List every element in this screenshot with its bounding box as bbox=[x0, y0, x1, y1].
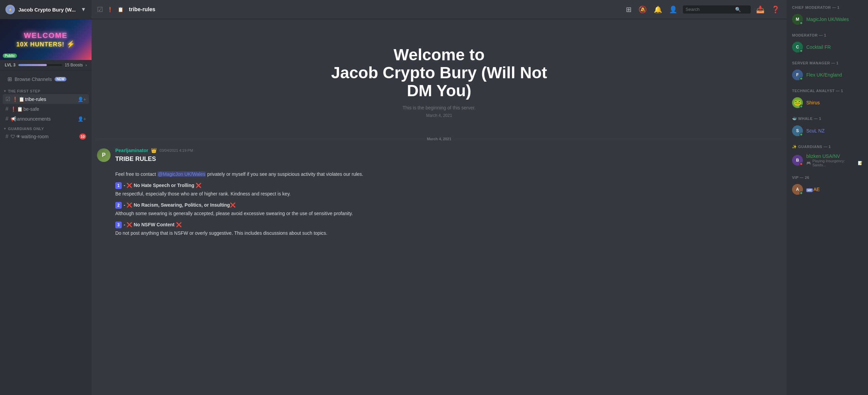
message-text: TRIBE RULES Feel free to contact @MagicJ… bbox=[115, 154, 781, 237]
notification-icon[interactable]: 🔔 bbox=[652, 4, 664, 15]
member-info: Shirus bbox=[806, 100, 863, 105]
person-icon[interactable]: 👤 bbox=[668, 4, 679, 15]
message-content: Pearljaminator 👑 03/04/2021 4:19 PM TRIB… bbox=[115, 148, 781, 241]
message: P Pearljaminator 👑 03/04/2021 4:19 PM TR… bbox=[92, 146, 787, 242]
status-online-indicator bbox=[800, 49, 803, 53]
message-author[interactable]: Pearljaminator bbox=[115, 148, 148, 153]
member-item-magicjon[interactable]: M MagicJon UK/Wales bbox=[789, 12, 865, 26]
member-subtext-blizken: 🎮 Playing Insurgency: Sands... 📝 bbox=[806, 159, 863, 167]
clipboard-icon: 📋 bbox=[19, 97, 24, 102]
server-header[interactable]: ⚡ Jacob Crypto Bury (W... ▼ bbox=[0, 0, 92, 19]
member-item-flex[interactable]: F Flex UK/England bbox=[789, 68, 865, 82]
message-timestamp: 03/04/2021 4:19 PM bbox=[159, 148, 193, 152]
channel-item-tribe-rules[interactable]: ☑ ❗ 📋 tribe-rules 👤+ bbox=[3, 94, 89, 104]
member-item-scul[interactable]: S ScuL NZ bbox=[789, 124, 865, 138]
status-online-indicator bbox=[800, 77, 803, 80]
boost-progress-bar-container bbox=[18, 64, 62, 66]
welcome-subtitle: This is the beginning of this server. bbox=[105, 105, 773, 110]
member-avatar-flex: F bbox=[792, 69, 803, 80]
vip-badge: VIP bbox=[806, 188, 813, 192]
chat-area: Welcome to Jacob Crypto Bury (Will Not D… bbox=[92, 19, 787, 395]
member-avatar-shirus: 🐸 bbox=[792, 97, 803, 108]
channel-name: waiting-room bbox=[21, 134, 79, 139]
role-section-vip: VIP — 26 A VIPAE bbox=[789, 175, 865, 196]
role-header-chief-moderator: CHIEF MODERATOR — 1 bbox=[789, 5, 865, 12]
welcome-title: Welcome to Jacob Crypto Bury (Will Not D… bbox=[105, 46, 773, 100]
channel-item-be-safe[interactable]: # ❗ 📋 be-safe bbox=[3, 104, 89, 114]
role-header-vip: VIP — 26 bbox=[789, 175, 865, 182]
channel-item-announcements[interactable]: # 📢 announcements 👤+ bbox=[3, 114, 89, 124]
role-section-whale: 🐳 WHALE — 1 S ScuL NZ bbox=[789, 117, 865, 138]
crown-icon: 👑 bbox=[151, 148, 157, 153]
welcome-section: Welcome to Jacob Crypto Bury (Will Not D… bbox=[92, 26, 787, 131]
avatar-image: P bbox=[97, 148, 111, 162]
server-icon: ⚡ bbox=[5, 5, 15, 14]
bell-slash-icon[interactable]: 🔕 bbox=[637, 4, 648, 15]
server-banner: WELCOME 10X HUNTERS! ⚡ Public bbox=[0, 19, 92, 60]
chevron-down-icon: ▼ bbox=[81, 6, 86, 13]
role-header-guardians: ✨ GUARDIANS — 1 bbox=[789, 145, 865, 152]
add-member-icon[interactable]: 👤+ bbox=[78, 116, 86, 122]
member-item-shirus[interactable]: 🐸 Shirus bbox=[789, 96, 865, 110]
rule-2: 2 - ❌ No Racism, Swearing, Politics, or … bbox=[115, 202, 781, 217]
member-avatar-magicjon: M bbox=[792, 14, 803, 25]
channel-header-name: tribe-rules bbox=[129, 6, 155, 13]
mention-magicjon[interactable]: @MagicJon UK/Wales bbox=[157, 171, 206, 177]
rule-title-2: 2 - ❌ No Racism, Swearing, Politics, or … bbox=[115, 202, 781, 209]
section-first-step: ▼ THE FIRST STEP ☑ ❗ 📋 tribe-rules 👤+ # … bbox=[0, 88, 92, 124]
unread-badge: 10 bbox=[79, 133, 86, 140]
section-guardians-only: ▼ GUARDIANS ONLY # 🛡 👁 waiting-room 10 bbox=[0, 125, 92, 142]
game-icon: 🎮 bbox=[806, 161, 811, 165]
watch-icon: 👁 bbox=[16, 134, 21, 139]
channel-hash-icon: # bbox=[5, 133, 8, 140]
member-info: blizken USA/NV 🎮 Playing Insurgency: San… bbox=[806, 153, 863, 167]
status-online-indicator bbox=[800, 105, 803, 108]
boost-count[interactable]: 15 Boosts bbox=[65, 63, 83, 67]
hash-icon: ☑ bbox=[97, 5, 103, 14]
add-member-icon[interactable]: 👤+ bbox=[78, 97, 86, 102]
member-avatar-ae: A bbox=[792, 184, 803, 195]
channel-item-waiting-room[interactable]: # 🛡 👁 waiting-room 10 bbox=[3, 132, 89, 141]
status-dnd-indicator bbox=[800, 162, 803, 166]
channel-header: ☑ ❗ 📋 tribe-rules ⊞ 🔕 🔔 👤 🔍 📥 ❓ bbox=[92, 0, 787, 19]
rule-text-2: - ❌ No Racism, Swearing, Politics, or In… bbox=[124, 202, 236, 209]
role-section-chief-moderator: CHIEF MODERATOR — 1 M MagicJon UK/Wales bbox=[789, 5, 865, 26]
help-icon[interactable]: ❓ bbox=[770, 4, 781, 15]
lock-icon: 📋 bbox=[17, 106, 23, 112]
section-header-first-step[interactable]: ▼ THE FIRST STEP bbox=[1, 88, 91, 94]
section-header-guardians[interactable]: ▼ GUARDIANS ONLY bbox=[1, 125, 91, 131]
server-banner-sub: 10X HUNTERS! ⚡ bbox=[16, 40, 75, 48]
divider-line-left bbox=[97, 139, 424, 139]
chevron-right-icon[interactable]: › bbox=[85, 63, 87, 67]
search-input[interactable] bbox=[686, 7, 733, 12]
server-header-left: ⚡ Jacob Crypto Bury (W... bbox=[5, 5, 76, 14]
public-badge: Public bbox=[3, 54, 17, 58]
member-info: VIPAE bbox=[806, 187, 863, 192]
role-header-moderator: MODERATOR — 1 bbox=[789, 33, 865, 40]
warning-icon: ❗ bbox=[11, 106, 16, 112]
role-section-technical-analyst: TECHNICAL ANALYST — 1 🐸 Shirus bbox=[789, 89, 865, 110]
member-item-blizken[interactable]: B blizken USA/NV 🎮 Playing Insurgency: S… bbox=[789, 152, 865, 169]
member-item-cocktail[interactable]: C Cocktail FR bbox=[789, 40, 865, 54]
boost-bar: LVL 3 15 Boosts › bbox=[0, 60, 92, 70]
browse-channels-button[interactable]: ⊞ Browse Channels NEW bbox=[3, 72, 89, 86]
boost-progress-fill bbox=[18, 64, 47, 66]
rule-text-1: - ❌ No Hate Speech or Trolling ❌ bbox=[124, 182, 201, 189]
shield-icon: 🛡 bbox=[11, 134, 15, 139]
member-name-blizken: blizken USA/NV bbox=[806, 153, 863, 159]
search-bar[interactable]: 🔍 bbox=[683, 5, 751, 14]
new-badge: NEW bbox=[55, 77, 66, 81]
status-online-indicator bbox=[800, 21, 803, 25]
divider-line-right bbox=[454, 139, 781, 139]
note-icon: 📝 bbox=[858, 161, 863, 165]
chevron-icon: ▼ bbox=[3, 127, 6, 130]
member-avatar-scul: S bbox=[792, 125, 803, 136]
inbox-icon[interactable]: 📥 bbox=[755, 4, 766, 15]
clipboard-emoji: 📋 bbox=[118, 7, 123, 12]
member-item-ae[interactable]: A VIPAE bbox=[789, 182, 865, 196]
server-name: Jacob Crypto Bury (W... bbox=[18, 7, 76, 13]
channel-hash-icon: # bbox=[5, 116, 8, 122]
member-avatar-cocktail: C bbox=[792, 42, 803, 53]
hashtag-icon[interactable]: ⊞ bbox=[625, 4, 633, 15]
section-label: GUARDIANS ONLY bbox=[8, 127, 44, 131]
